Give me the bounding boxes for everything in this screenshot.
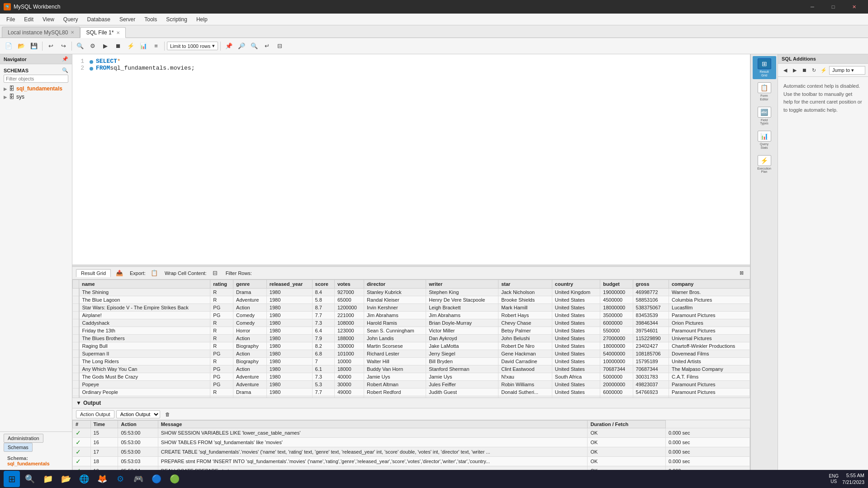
table-cell[interactable]: Robert De Niro (498, 342, 552, 350)
table-cell[interactable]: 108185706 (633, 350, 669, 358)
sql-add-stop[interactable]: ⏹ (800, 66, 809, 75)
table-cell[interactable]: Raging Bull (79, 342, 210, 350)
table-cell[interactable]: Biography (233, 342, 267, 350)
output-row[interactable]: ✓1905:53:04DEALLOCATE PREPARE stmtOK0.00… (73, 466, 750, 470)
table-cell[interactable]: Caddyshack (79, 319, 210, 327)
sql-add-refresh[interactable]: ↻ (810, 66, 818, 75)
sql-add-jump-select[interactable]: Jump to ▾ (829, 66, 865, 75)
taskbar-whatsapp[interactable]: 🟢 (166, 471, 183, 487)
table-cell[interactable]: 1980 (266, 327, 312, 335)
nav-tab-schemas[interactable]: Schemas (4, 443, 33, 452)
table-cell[interactable]: 18000000 (600, 342, 633, 350)
table-cell[interactable]: United States (552, 319, 600, 327)
table-cell[interactable]: 19000000 (600, 289, 633, 296)
navigator-pin-icon[interactable]: 📌 (62, 56, 68, 62)
menu-scripting[interactable]: Scripting (161, 15, 192, 24)
table-cell[interactable]: 1980 (266, 296, 312, 304)
tab-sql-file[interactable]: SQL File 1* ✕ (80, 27, 126, 38)
table-cell[interactable]: 6000000 (600, 389, 633, 396)
tb-run-sel[interactable]: ⚡ (125, 40, 137, 52)
taskbar-teams[interactable]: 🎮 (130, 471, 147, 487)
tb-settings[interactable]: ⚙ (87, 40, 99, 52)
table-cell[interactable]: 3500000 (600, 312, 633, 319)
table-cell[interactable]: United States (552, 335, 600, 342)
output-row[interactable]: ✓1605:53:00SHOW TABLES FROM 'sql_fundame… (73, 438, 750, 447)
taskbar-folder[interactable]: 📂 (58, 471, 74, 487)
table-cell[interactable]: Richard Lester (364, 350, 426, 358)
table-cell[interactable]: R (210, 358, 233, 365)
table-cell[interactable]: Drama (233, 389, 267, 396)
table-cell[interactable]: Action (233, 335, 267, 342)
table-cell[interactable]: 7.3 (312, 373, 334, 381)
table-cell[interactable]: Drama (233, 289, 267, 296)
table-cell[interactable]: Victor Miller (426, 327, 498, 335)
output-row[interactable]: ✓1805:53:03PREPARE stmt FROM 'INSERT INT… (73, 457, 750, 466)
table-cell[interactable]: 1980 (266, 312, 312, 319)
tb-stop[interactable]: ⏹ (112, 40, 124, 52)
table-cell[interactable]: United States (552, 365, 600, 373)
table-cell[interactable]: United Artists (669, 358, 749, 365)
right-btn-result-grid[interactable]: ⊞ ResultGrid (753, 56, 776, 79)
table-cell[interactable]: Stanley Kubrick (364, 289, 426, 296)
table-cell[interactable]: The Long Riders (79, 358, 210, 365)
table-cell[interactable]: 1980 (266, 365, 312, 373)
table-row[interactable]: The Gods Must Be CrazyPGAdventure19807.3… (73, 373, 750, 381)
table-cell[interactable]: United States (552, 342, 600, 350)
table-cell[interactable]: Orion Pictures (669, 319, 749, 327)
table-cell[interactable]: 30031783 (633, 373, 669, 381)
table-cell[interactable]: 10000000 (600, 358, 633, 365)
table-cell[interactable]: Irvin Kershner (364, 304, 426, 312)
col-header-rating[interactable]: rating (210, 280, 233, 289)
table-cell[interactable]: Randal Kleiser (364, 296, 426, 304)
table-cell[interactable]: Stanford Sherman (426, 365, 498, 373)
sql-add-prev[interactable]: ◀ (781, 66, 789, 75)
table-cell[interactable]: 58853106 (633, 296, 669, 304)
table-cell[interactable]: 49000 (334, 389, 364, 396)
taskbar-browser-edge[interactable]: 🌐 (76, 471, 92, 487)
table-cell[interactable]: Harold Ramis (364, 319, 426, 327)
taskbar-brave[interactable]: 🔵 (148, 471, 165, 487)
tb-undo[interactable]: ↩ (45, 40, 57, 52)
table-cell[interactable]: 927000 (334, 289, 364, 296)
tb-save[interactable]: 💾 (28, 40, 40, 52)
tab-sql-close[interactable]: ✕ (116, 30, 120, 35)
table-cell[interactable]: Judith Guest (426, 389, 498, 396)
table-cell[interactable]: Adventure (233, 373, 267, 381)
table-cell[interactable]: Adventure (233, 381, 267, 389)
table-cell[interactable]: 8.4 (312, 289, 334, 296)
tb-open[interactable]: 📂 (15, 40, 27, 52)
table-cell[interactable]: Brian Doyle-Murray (426, 319, 498, 327)
nav-tab-admin[interactable]: Administration (4, 434, 43, 443)
table-cell[interactable]: Jamie Uys (426, 373, 498, 381)
table-cell[interactable]: The Blues Brothers (79, 335, 210, 342)
table-cell[interactable]: Jerry Siegel (426, 350, 498, 358)
tb-format[interactable]: ≡ (150, 40, 162, 52)
table-cell[interactable]: Brooke Shields (498, 296, 552, 304)
sql-add-auto[interactable]: ⚡ (820, 66, 828, 75)
tab-instance[interactable]: Local instance MySQL80 ✕ (2, 27, 80, 38)
table-cell[interactable]: 6.1 (312, 365, 334, 373)
table-cell[interactable]: The Shining (79, 289, 210, 296)
schema-item-sql-fundamentals[interactable]: ▶ 🗄 sql_fundamentals (4, 85, 68, 93)
table-row[interactable]: PopeyePGAdventure19805.330000Robert Altm… (73, 381, 750, 389)
table-cell[interactable]: Jamie Uys (364, 373, 426, 381)
table-cell[interactable]: 108000 (334, 319, 364, 327)
schema-filter-input[interactable] (4, 75, 68, 83)
table-cell[interactable]: 115229890 (633, 335, 669, 342)
schemas-search-icon[interactable]: 🔍 (62, 67, 68, 73)
tb-wrap[interactable]: ↵ (261, 40, 273, 52)
data-table-wrap[interactable]: name rating genre released_year score vo… (72, 280, 750, 398)
table-cell[interactable]: Chartoff-Winkler Productions (669, 342, 749, 350)
taskbar-browser-firefox[interactable]: 🦊 (94, 471, 110, 487)
table-row[interactable]: Airplane!PGComedy19807.7221000Jim Abraha… (73, 312, 750, 319)
col-header-writer[interactable]: writer (426, 280, 498, 289)
taskbar-vscode[interactable]: ⚙ (112, 471, 128, 487)
table-cell[interactable]: Paramount Pictures (669, 381, 749, 389)
result-export-icon[interactable]: 📋 (148, 267, 160, 279)
table-row[interactable]: Ordinary PeopleRDrama19807.749000Robert … (73, 389, 750, 396)
tb-redo[interactable]: ↪ (57, 40, 69, 52)
result-wrap-icon[interactable]: ⊟ (209, 267, 221, 279)
table-cell[interactable]: Jim Abrahams (364, 312, 426, 319)
table-cell[interactable]: United States (552, 350, 600, 358)
table-cell[interactable]: Betsy Palmer (498, 327, 552, 335)
